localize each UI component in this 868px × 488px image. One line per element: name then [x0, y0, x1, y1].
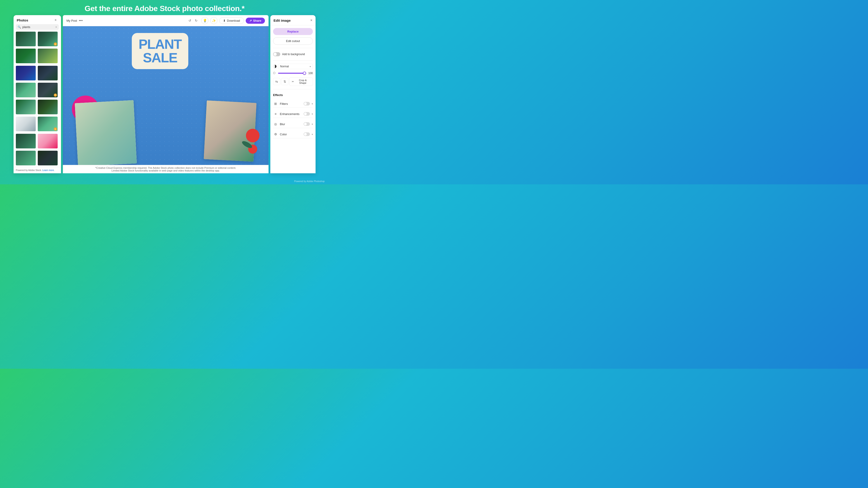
main-container: Photos × 🔍 × ★ ★ — [0, 15, 329, 182]
blend-mode-icon — [273, 65, 277, 68]
edit-image-panel: Edit image × Replace Edit cutout Add to … — [270, 15, 315, 173]
blur-row: ◎ Blur ▾ — [273, 120, 313, 128]
sale-line2: SALE — [138, 51, 182, 65]
photo-thumb-8[interactable]: ★ — [38, 83, 58, 97]
crop-icon: ✂ — [292, 80, 294, 83]
transform-row: ⇆ ⇅ ✂ Crop & Shape — [273, 77, 313, 86]
photos-panel-title: Photos — [17, 18, 28, 22]
edit-panel-header: Edit image × — [270, 15, 315, 25]
more-options-button[interactable]: ••• — [79, 19, 83, 23]
ps-credit-text: Powered by Adobe Photoshop — [294, 180, 324, 183]
opacity-thumb — [303, 72, 306, 75]
share-label: Share — [253, 19, 261, 22]
download-button[interactable]: ⬇ Download — [219, 18, 244, 24]
header-title: Get the entire Adobe Stock photo collect… — [0, 4, 329, 13]
filters-chevron-icon[interactable]: ▾ — [312, 103, 313, 105]
color-label: Color — [280, 133, 302, 136]
color-toggle[interactable] — [304, 132, 310, 136]
doc-name: My Post — [66, 19, 77, 22]
download-icon: ⬇ — [223, 19, 225, 22]
edit-panel-close-button[interactable]: × — [310, 18, 312, 22]
photo-collage-left — [75, 100, 137, 165]
enhancements-row: ≡ Enhancements ▾ — [273, 110, 313, 118]
page-header: Get the entire Adobe Stock photo collect… — [0, 0, 329, 15]
replace-button[interactable]: Replace — [273, 28, 313, 35]
add-to-background-toggle[interactable] — [273, 52, 280, 56]
lightbulb-button[interactable]: 💡 — [201, 17, 209, 24]
photo-thumb-11[interactable] — [16, 117, 36, 131]
photo-thumb-3[interactable] — [16, 48, 36, 63]
photos-footer-text: Powered by Adobe Stock. — [16, 169, 42, 171]
canvas-footer: *Creative Cloud Express membership requi… — [63, 165, 269, 173]
enhancements-chevron-icon[interactable]: ▾ — [312, 113, 313, 115]
sale-card: PLANT SALE — [132, 33, 188, 69]
flip-vertical-button[interactable]: ⇅ — [281, 78, 288, 85]
collage-fill-left — [75, 100, 137, 165]
photo-thumb-7[interactable] — [16, 83, 36, 97]
redo-button[interactable]: ↻ — [194, 18, 198, 23]
filters-toggle[interactable] — [304, 102, 310, 105]
photos-search-bar: 🔍 × — [16, 24, 59, 30]
add-to-background-label: Add to background — [282, 53, 305, 56]
photos-footer: Powered by Adobe Stock. Learn more. — [13, 167, 61, 173]
download-label: Download — [227, 19, 240, 22]
canvas-area: My Post ••• ↺ ↻ 💡 ✨ ⬇ Download ↗ — [63, 15, 269, 173]
photo-thumb-15[interactable] — [16, 151, 36, 165]
search-icon: 🔍 — [18, 26, 21, 29]
flip-horizontal-button[interactable]: ⇆ — [273, 78, 280, 85]
share-button[interactable]: ↗ Share — [246, 18, 265, 24]
blend-mode-select[interactable]: Normal ▾ — [278, 64, 313, 69]
photos-panel-close-button[interactable]: × — [53, 18, 58, 22]
lightbulb-icon: 💡 — [203, 19, 207, 22]
edit-cutout-button[interactable]: Edit cutout — [273, 37, 313, 45]
toolbar-left: My Post ••• — [66, 19, 185, 23]
blur-chevron-icon[interactable]: ▾ — [312, 123, 313, 125]
enhancements-toggle[interactable] — [304, 112, 310, 116]
photo-thumb-10[interactable] — [38, 100, 58, 114]
flip-vertical-icon: ⇅ — [283, 80, 286, 84]
photo-thumb-12[interactable]: ★ — [38, 117, 58, 131]
crop-shape-button[interactable]: ✂ Crop & Shape — [289, 77, 313, 86]
search-input[interactable] — [22, 25, 55, 29]
opacity-row: ⬡ 100 — [273, 71, 313, 75]
photos-footer-link[interactable]: Learn more. — [42, 169, 55, 171]
photo-badge-2: ★ — [54, 42, 57, 46]
blur-toggle[interactable] — [304, 122, 310, 126]
design-background: PLANT SALE 20% OFF — [63, 26, 269, 165]
divider-1 — [273, 48, 313, 48]
photo-thumb-13[interactable] — [16, 134, 36, 149]
photo-thumb-6[interactable] — [38, 66, 58, 80]
magic-button[interactable]: ✨ — [210, 17, 217, 24]
undo-button[interactable]: ↺ — [188, 18, 192, 23]
photo-thumb-14[interactable] — [38, 134, 58, 149]
photo-thumb-2[interactable]: ★ — [38, 32, 58, 46]
photo-thumb-16[interactable] — [38, 151, 58, 165]
edit-panel-title: Edit image — [274, 19, 291, 22]
search-clear-button[interactable]: × — [55, 26, 57, 29]
opacity-icon: ⬡ — [273, 71, 277, 75]
blend-mode-row: Normal ▾ — [273, 64, 313, 69]
flip-horizontal-icon: ⇆ — [275, 80, 278, 84]
filters-row: ⊞ Filters ▾ — [273, 100, 313, 108]
photos-grid: ★ ★ ★ — [13, 32, 61, 167]
add-to-background-row: Add to background — [273, 51, 313, 57]
canvas-toolbar: My Post ••• ↺ ↻ 💡 ✨ ⬇ Download ↗ — [63, 15, 269, 26]
divider-2 — [273, 60, 313, 61]
share-icon: ↗ — [249, 19, 252, 22]
photo-badge-12: ★ — [54, 127, 57, 131]
color-chevron-icon[interactable]: ▾ — [312, 133, 313, 135]
color-icon: ⚙ — [273, 132, 278, 137]
blur-icon: ◎ — [273, 122, 278, 127]
photo-thumb-9[interactable] — [16, 100, 36, 114]
blend-mode-chevron-icon: ▾ — [310, 65, 311, 68]
blur-label: Blur — [280, 123, 302, 126]
canvas-body[interactable]: PLANT SALE 20% OFF — [63, 26, 269, 165]
photos-panel: Photos × 🔍 × ★ ★ — [13, 15, 61, 173]
photo-thumb-4[interactable] — [38, 48, 58, 63]
photo-thumb-1[interactable] — [16, 32, 36, 46]
opacity-slider[interactable] — [278, 73, 306, 74]
sale-line1: PLANT — [138, 37, 182, 51]
photo-thumb-5[interactable] — [16, 66, 36, 80]
toolbar-center: ↺ ↻ — [188, 18, 198, 23]
photo-badge-8: ★ — [54, 94, 57, 97]
